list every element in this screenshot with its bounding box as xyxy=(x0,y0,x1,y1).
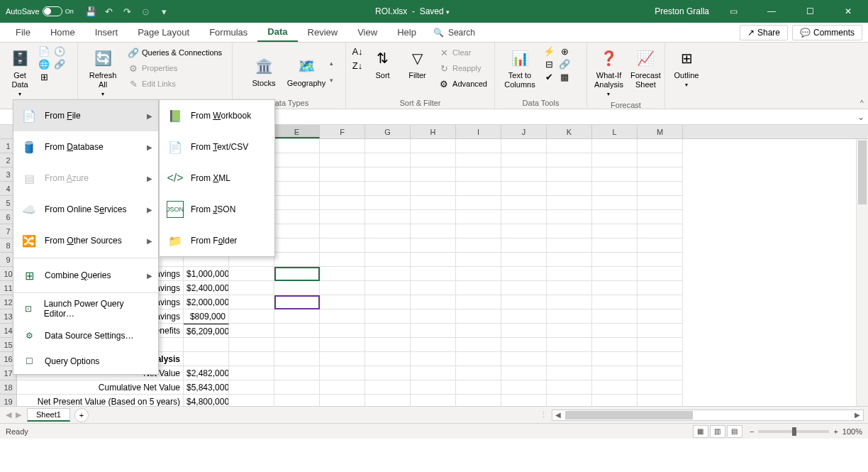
maximize-icon[interactable]: ☐ xyxy=(796,0,824,23)
column-header[interactable]: I xyxy=(456,125,501,138)
cell[interactable] xyxy=(456,295,501,309)
cell[interactable] xyxy=(274,352,320,366)
cell[interactable] xyxy=(320,253,365,267)
cell[interactable] xyxy=(547,182,592,196)
cell[interactable] xyxy=(229,338,274,352)
cell[interactable] xyxy=(274,139,320,153)
cell[interactable] xyxy=(320,196,365,210)
sort-za-icon[interactable]: Z↓ xyxy=(352,60,363,71)
zoom-in-icon[interactable]: + xyxy=(833,427,838,436)
datatype-down-icon[interactable]: ▾ xyxy=(330,77,333,84)
menu-from-json[interactable]: JSONFrom JSON xyxy=(160,194,274,225)
outline-button[interactable]: ⊞Outline▾ xyxy=(671,45,702,90)
cell[interactable] xyxy=(592,139,638,153)
cell[interactable] xyxy=(365,267,411,281)
tab-file[interactable]: File xyxy=(6,23,40,41)
cell[interactable] xyxy=(638,210,683,224)
stocks-button[interactable]: 🏛️Stocks xyxy=(245,53,283,89)
touch-icon[interactable]: ⊙ xyxy=(140,6,152,17)
normal-view-icon[interactable]: ▦ xyxy=(693,425,708,438)
menu-launch-pq[interactable]: ⊡Launch Power Query Editor… xyxy=(13,295,158,323)
cell[interactable] xyxy=(411,182,456,196)
cell[interactable] xyxy=(456,338,501,352)
cell[interactable] xyxy=(411,224,456,238)
row-header[interactable]: 19 xyxy=(0,395,17,406)
cell[interactable] xyxy=(547,295,592,309)
cell[interactable] xyxy=(592,210,638,224)
cell[interactable] xyxy=(274,168,320,182)
cell[interactable] xyxy=(229,309,274,324)
cell[interactable] xyxy=(274,380,320,395)
cell[interactable] xyxy=(456,309,501,324)
cell[interactable] xyxy=(592,395,638,406)
cell[interactable]: Cumulative Net Value xyxy=(17,380,184,395)
sort-az-icon[interactable]: A↓ xyxy=(352,45,363,57)
cell[interactable]: $5,843,000 xyxy=(184,380,229,395)
cell[interactable] xyxy=(320,338,365,352)
cell[interactable] xyxy=(320,182,365,196)
cell[interactable] xyxy=(365,395,411,406)
column-header[interactable]: F xyxy=(320,125,365,138)
cell[interactable] xyxy=(411,395,456,406)
tab-view[interactable]: View xyxy=(347,23,387,41)
cell[interactable] xyxy=(274,253,320,267)
cell[interactable] xyxy=(229,295,274,309)
cell[interactable] xyxy=(365,238,411,253)
column-header[interactable]: K xyxy=(547,125,592,138)
cell[interactable] xyxy=(274,210,320,224)
cell[interactable] xyxy=(365,168,411,182)
cell[interactable] xyxy=(638,153,683,168)
cell[interactable] xyxy=(501,182,547,196)
cell[interactable] xyxy=(456,168,501,182)
what-if-button[interactable]: ❓What-If Analysis▾ xyxy=(593,45,625,99)
cell[interactable] xyxy=(456,196,501,210)
cell[interactable]: $1,000,000 xyxy=(184,267,229,281)
undo-icon[interactable]: ↶ xyxy=(104,6,115,17)
add-sheet-button[interactable]: + xyxy=(74,408,89,422)
cell[interactable] xyxy=(411,380,456,395)
cell[interactable] xyxy=(274,238,320,253)
tab-formulas[interactable]: Formulas xyxy=(199,23,257,41)
cell[interactable] xyxy=(411,338,456,352)
consolidate-icon[interactable]: ⊕ xyxy=(559,45,570,57)
tell-me-search[interactable]: 🔍Search xyxy=(426,24,482,41)
cell[interactable] xyxy=(320,267,365,281)
from-web-icon[interactable]: 🌐 xyxy=(38,58,50,70)
cell[interactable] xyxy=(547,139,592,153)
from-table-icon[interactable]: ⊞ xyxy=(38,71,50,82)
zoom-level[interactable]: 100% xyxy=(842,427,862,436)
cell[interactable] xyxy=(184,352,229,366)
cell[interactable] xyxy=(638,253,683,267)
qat-dropdown-icon[interactable]: ▾ xyxy=(159,6,170,17)
cell[interactable] xyxy=(365,153,411,168)
cell[interactable] xyxy=(320,309,365,324)
cell[interactable] xyxy=(501,153,547,168)
cell[interactable] xyxy=(320,224,365,238)
cell[interactable] xyxy=(638,352,683,366)
expand-formula-bar-icon[interactable]: ⌄ xyxy=(854,112,868,122)
horizontal-scrollbar[interactable]: ◀▶ xyxy=(552,410,864,421)
cell[interactable] xyxy=(638,168,683,182)
menu-from-folder[interactable]: 📁From Folder xyxy=(160,225,274,256)
cell[interactable] xyxy=(592,253,638,267)
cell[interactable] xyxy=(274,366,320,380)
cell[interactable] xyxy=(320,295,365,309)
cell[interactable] xyxy=(229,267,274,281)
cell[interactable] xyxy=(456,366,501,380)
cell[interactable] xyxy=(411,366,456,380)
cell[interactable] xyxy=(365,309,411,324)
cell[interactable] xyxy=(365,366,411,380)
cell[interactable] xyxy=(638,338,683,352)
cell[interactable] xyxy=(501,238,547,253)
column-header[interactable]: L xyxy=(592,125,638,138)
cell[interactable] xyxy=(638,238,683,253)
sort-button[interactable]: ⇅Sort xyxy=(367,45,398,82)
refresh-all-button[interactable]: 🔄 Refresh All▾ xyxy=(84,45,122,99)
cell[interactable] xyxy=(456,380,501,395)
cell[interactable] xyxy=(365,210,411,224)
cell[interactable] xyxy=(501,281,547,295)
cell[interactable] xyxy=(501,352,547,366)
cell[interactable] xyxy=(320,210,365,224)
cell[interactable] xyxy=(638,196,683,210)
cell[interactable] xyxy=(320,352,365,366)
